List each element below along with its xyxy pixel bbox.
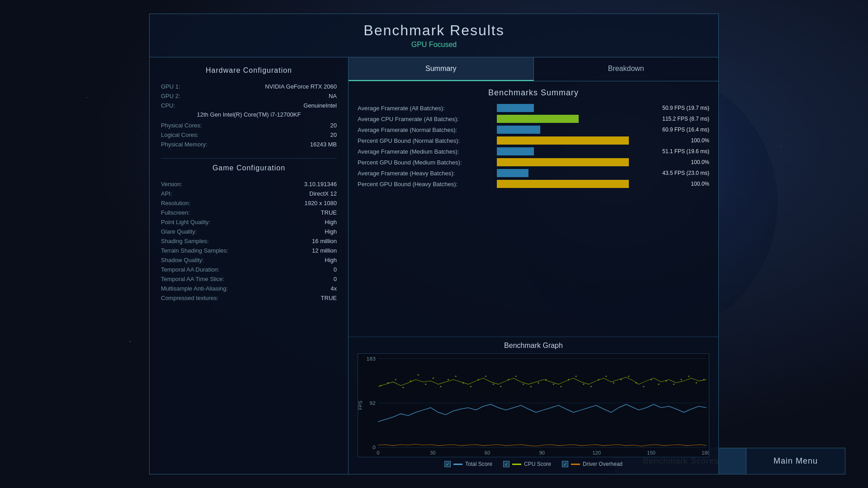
svg-point-31 [500, 386, 501, 387]
right-panel: Summary Breakdown Benchmarks Summary Ave… [349, 57, 718, 474]
svg-point-57 [696, 382, 697, 384]
svg-point-37 [545, 379, 547, 380]
svg-point-34 [523, 384, 524, 385]
svg-text:180: 180 [702, 450, 709, 455]
glare-label: Glare Quality: [161, 228, 233, 235]
svg-point-51 [651, 379, 652, 380]
shadow-value: High [325, 257, 337, 263]
glare-row: Glare Quality: High [161, 227, 337, 236]
msaa-label: Multisample Anti-Aliasing: [161, 285, 233, 292]
benchmark-row-4: Average Framerate (Medium Batches):51.1 … [358, 147, 709, 155]
cpu-score-check[interactable]: ✓ [503, 461, 509, 467]
compressed-label: Compressed textures: [161, 295, 233, 301]
physical-memory-row: Physical Memory: 16243 MB [161, 140, 337, 149]
benchmark-bar-1 [497, 115, 579, 123]
temporal-slice-row: Temporal AA Time Slice: 0 [161, 274, 337, 284]
logical-cores-label: Logical Cores: [161, 131, 233, 138]
benchmark-row-1: Average CPU Framerate (All Batches):115.… [358, 115, 709, 123]
graph-svg: 183 92 0 FPS 0 30 60 90 120 150 180 [358, 354, 709, 457]
svg-point-15 [380, 385, 381, 386]
benchmark-value-6: 43.5 FPS (23.0 ms) [632, 170, 709, 176]
benchmark-bar-container-3 [497, 136, 629, 145]
svg-point-44 [598, 379, 599, 380]
benchmark-row-7: Percent GPU Bound (Heavy Batches):100.0% [358, 180, 709, 188]
glare-value: High [325, 228, 337, 235]
svg-point-32 [508, 379, 509, 380]
cpu-score-color [512, 464, 521, 465]
svg-text:FPS: FPS [358, 401, 363, 410]
benchmark-row-5: Percent GPU Bound (Medium Batches):100.0… [358, 158, 709, 166]
gpu2-row: GPU 2: NA [161, 91, 337, 101]
hardware-section-title: Hardware Configuration [161, 66, 337, 75]
fullscreen-value: TRUE [321, 209, 337, 216]
benchmark-bar-0 [497, 104, 534, 112]
svg-point-46 [613, 382, 614, 384]
driver-overhead-check[interactable]: ✓ [562, 461, 568, 467]
api-value: DirectX 12 [309, 190, 337, 197]
gpu1-value: NVIDIA GeForce RTX 2060 [265, 83, 337, 90]
benchmark-value-5: 100.0% [632, 159, 709, 165]
svg-point-27 [470, 386, 472, 387]
version-value: 3.10.191346 [304, 181, 337, 188]
svg-point-36 [538, 382, 539, 384]
svg-point-55 [680, 379, 682, 380]
legend-total-score: ✓ Total Score [444, 461, 492, 467]
svg-point-23 [440, 386, 441, 387]
summary-content: Benchmarks Summary Average Framerate (Al… [349, 81, 718, 337]
svg-point-45 [605, 375, 607, 377]
temporal-slice-label: Temporal AA Time Slice: [161, 276, 233, 282]
physical-cores-label: Physical Cores: [161, 122, 233, 129]
svg-point-40 [568, 379, 569, 380]
cpu-value: GenuineIntel [303, 102, 337, 109]
version-label: Version: [161, 181, 233, 188]
svg-text:Seconds: Seconds [532, 456, 552, 457]
header-panel: Benchmark Results GPU Focused [149, 14, 719, 57]
benchmark-bar-7 [497, 180, 629, 188]
cpu-score-label: CPU Score [524, 461, 551, 467]
compressed-value: TRUE [321, 295, 337, 301]
benchmark-bar-3 [497, 136, 629, 145]
benchmark-label-5: Percent GPU Bound (Medium Batches): [358, 159, 493, 166]
svg-point-28 [477, 379, 479, 380]
svg-point-50 [643, 386, 644, 387]
msaa-value: 4x [330, 285, 337, 292]
benchmark-label-7: Percent GPU Bound (Heavy Batches): [358, 181, 493, 188]
graph-title: Benchmark Graph [358, 342, 709, 350]
cpu-row: CPU: GenuineIntel [161, 101, 337, 110]
benchmark-value-3: 100.0% [632, 137, 709, 144]
resolution-label: Resolution: [161, 200, 233, 206]
svg-point-21 [425, 384, 426, 385]
benchmark-bar-5 [497, 158, 629, 166]
svg-point-39 [560, 386, 561, 387]
total-score-check[interactable]: ✓ [444, 461, 451, 467]
tab-summary[interactable]: Summary [349, 57, 534, 81]
tab-breakdown[interactable]: Breakdown [534, 57, 719, 81]
svg-point-35 [530, 386, 532, 387]
svg-point-26 [462, 382, 464, 384]
benchmark-value-4: 51.1 FPS (19.6 ms) [632, 148, 709, 155]
benchmark-rows-container: Average Framerate (All Batches):50.9 FPS… [358, 104, 709, 188]
driver-overhead-label: Driver Overhead [583, 461, 623, 467]
resolution-value: 868 x 488 [304, 200, 337, 206]
page-subtitle: GPU Focused [163, 41, 705, 49]
benchmarks-title: Benchmarks Summary [358, 88, 709, 98]
svg-point-18 [402, 387, 404, 388]
msaa-row: Multisample Anti-Aliasing: 4x [161, 284, 337, 293]
tabs-row: Summary Breakdown [349, 57, 718, 81]
benchmark-row-3: Percent GPU Bound (Normal Batches):100.0… [358, 136, 709, 145]
shading-value: 16 million [312, 238, 337, 244]
benchmark-label-6: Average Framerate (Heavy Batches): [358, 170, 493, 177]
svg-point-33 [515, 375, 517, 377]
legend-cpu-score: ✓ CPU Score [503, 461, 551, 467]
svg-point-29 [485, 375, 486, 377]
terrain-shading-row: Terrain Shading Samples: 12 million [161, 246, 337, 255]
svg-point-49 [636, 382, 637, 384]
benchmark-bar-container-2 [497, 126, 629, 134]
physical-cores-value: 20 [330, 122, 337, 129]
benchmark-row-6: Average Framerate (Heavy Batches):43.5 F… [358, 169, 709, 177]
gpu2-value: NA [329, 93, 337, 99]
temporal-dur-row: Temporal AA Duration: 0 [161, 265, 337, 274]
svg-point-54 [673, 384, 675, 385]
benchmark-bar-6 [497, 169, 528, 177]
svg-text:183: 183 [366, 356, 376, 362]
